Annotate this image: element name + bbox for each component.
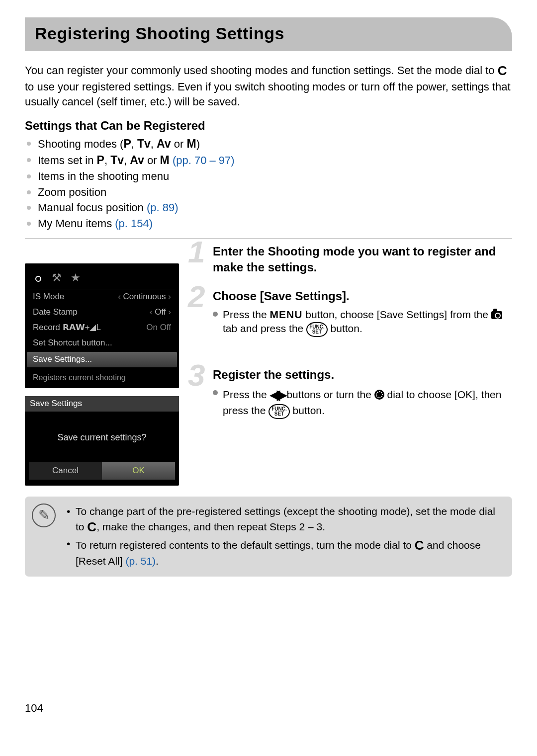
control-dial-icon (374, 390, 384, 400)
note-box: ✎ To change part of the pre-registered s… (25, 497, 512, 577)
intro-paragraph: You can register your commonly used shoo… (25, 62, 512, 109)
bullet-icon (213, 390, 218, 395)
page-ref[interactable]: (p. 51) (125, 555, 156, 567)
mode-c-icon: C (87, 518, 96, 536)
step-heading: Register the settings. (213, 367, 512, 383)
menu-row: Set Shortcut button... (29, 336, 175, 351)
step-heading: Choose [Save Settings]. (213, 288, 512, 304)
page-title: Registering Shooting Settings (35, 22, 502, 45)
step-number: 2 (188, 281, 205, 312)
note-pencil-icon: ✎ (32, 504, 56, 527)
step-number: 1 (188, 237, 205, 267)
menu-row: IS ModeContinuous (29, 289, 175, 305)
note-item: To return registered contents to the def… (67, 537, 504, 568)
dialog-question: Save current settings? (29, 412, 175, 462)
dialog-ok: OK (102, 462, 175, 480)
func-set-icon: FUNC.SET (306, 322, 328, 337)
step-heading: Enter the Shooting mode you want to regi… (213, 244, 512, 276)
divider (25, 238, 512, 239)
settings-list: Shooting modes (P, Tv, Av or M) Items se… (25, 136, 512, 231)
list-item: Items set in P, Tv, Av or M (pp. 70 – 97… (25, 153, 512, 168)
func-set-icon: FUNC.SET (268, 404, 290, 419)
step-2: 2 Choose [Save Settings]. Press the MENU… (191, 288, 512, 337)
step-3: 3 Register the settings. Press the ◀▶ bu… (191, 367, 512, 419)
lcd-screenshot-dialog: Save Settings Save current settings? Can… (25, 396, 179, 486)
mode-c-icon: C (498, 62, 507, 80)
settings-subhead: Settings that Can be Registered (25, 118, 512, 134)
page-title-bar: Registering Shooting Settings (25, 17, 512, 51)
page-ref[interactable]: (p. 154) (115, 217, 153, 230)
step-number: 3 (188, 360, 205, 391)
menu-row: Date StampOff (29, 305, 175, 320)
mode-c-icon: C (415, 537, 424, 554)
intro-text-2: to use your registered settings. Even if… (25, 81, 511, 108)
menu-hint: Registers current shooting (29, 368, 175, 383)
list-item: Manual focus position (p. 89) (25, 200, 512, 215)
dialog-cancel: Cancel (29, 462, 102, 480)
list-item: Items in the shooting menu (25, 169, 512, 184)
note-item: To change part of the pre-registered set… (67, 504, 504, 536)
tab-tools-icon: ⚒ (52, 270, 62, 285)
list-item: My Menu items (p. 154) (25, 216, 512, 231)
tab-star-icon: ★ (71, 270, 81, 285)
intro-text-1: You can register your commonly used shoo… (25, 64, 498, 77)
page-number: 104 (25, 701, 512, 716)
camera-tab-icon (491, 311, 502, 319)
list-item: Zoom position (25, 185, 512, 200)
step-body: Press the MENU button, choose [Save Sett… (223, 308, 512, 337)
tab-camera-icon (32, 270, 43, 285)
page-ref[interactable]: (p. 89) (147, 201, 179, 214)
menu-row-selected: Save Settings... (27, 352, 177, 367)
dialog-header: Save Settings (25, 396, 179, 412)
lcd-screenshot-menu: ⚒ ★ IS ModeContinuous Date StampOff Reco… (25, 263, 179, 388)
step-1: 1 Enter the Shooting mode you want to re… (191, 244, 512, 276)
step-body: Press the ◀▶ buttons or turn the dial to… (223, 386, 512, 419)
bullet-icon (213, 312, 218, 317)
page-ref[interactable]: (pp. 70 – 97) (173, 154, 235, 167)
menu-button-label: MENU (270, 309, 303, 320)
left-right-arrows-icon: ◀▶ (270, 387, 284, 402)
menu-row: Record 𝗥𝗔𝗪+◢LOn Off (29, 320, 175, 336)
list-item: Shooting modes (P, Tv, Av or M) (25, 136, 512, 152)
